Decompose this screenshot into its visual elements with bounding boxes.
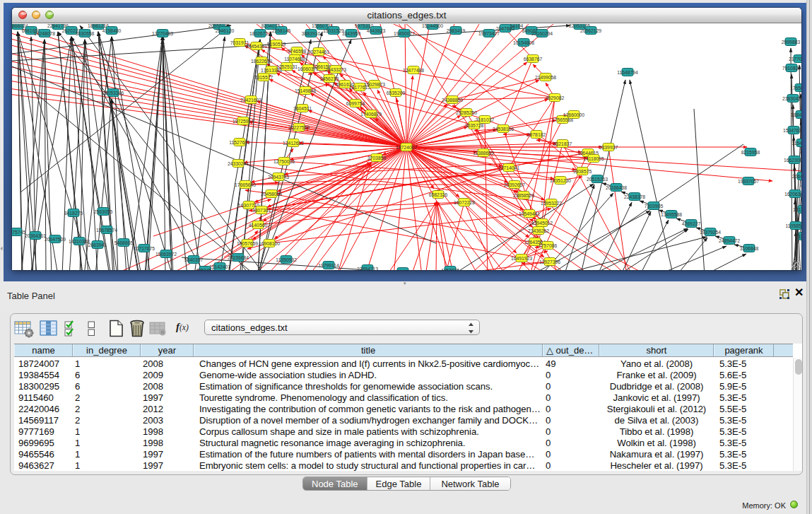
svg-text:20943743: 20943743 <box>268 175 289 180</box>
svg-text:6099754: 6099754 <box>346 101 365 106</box>
svg-text:24894472: 24894472 <box>719 238 740 243</box>
svg-text:3343959: 3343959 <box>342 31 361 36</box>
svg-text:7303905: 7303905 <box>645 204 664 209</box>
svg-text:3075745: 3075745 <box>12 230 25 235</box>
svg-text:12412612: 12412612 <box>283 141 304 146</box>
svg-text:8418275: 8418275 <box>64 211 83 216</box>
svg-text:18724007: 18724007 <box>396 145 417 150</box>
svg-text:6535209: 6535209 <box>387 90 406 95</box>
svg-text:19725914: 19725914 <box>233 119 254 124</box>
svg-text:9190519: 9190519 <box>267 42 286 47</box>
svg-text:17665640: 17665640 <box>235 182 256 187</box>
svg-text:7064171: 7064171 <box>394 269 413 271</box>
svg-text:20647509: 20647509 <box>45 237 66 242</box>
svg-text:2663941: 2663941 <box>88 243 107 247</box>
svg-text:2978182: 2978182 <box>527 132 546 137</box>
svg-text:23285250: 23285250 <box>456 110 477 115</box>
svg-text:28053346: 28053346 <box>102 90 124 95</box>
svg-text:4158480: 4158480 <box>102 28 122 33</box>
svg-text:3746598: 3746598 <box>288 49 307 54</box>
svg-text:7910827: 7910827 <box>782 66 801 71</box>
svg-text:6582326: 6582326 <box>429 192 448 197</box>
svg-text:4269227: 4269227 <box>682 221 701 226</box>
svg-text:3456213: 3456213 <box>320 76 339 81</box>
svg-text:17660000: 17660000 <box>563 112 584 117</box>
svg-text:4929082: 4929082 <box>546 95 565 100</box>
svg-text:20562129: 20562129 <box>580 28 601 33</box>
svg-text:10717675: 10717675 <box>134 246 155 251</box>
svg-text:19678574: 19678574 <box>96 228 117 233</box>
svg-text:21433273: 21433273 <box>325 67 346 72</box>
svg-text:13270483: 13270483 <box>152 31 173 36</box>
svg-text:2946120: 2946120 <box>216 28 235 33</box>
svg-text:4140560: 4140560 <box>249 223 268 228</box>
svg-text:23436262: 23436262 <box>528 228 549 233</box>
svg-text:17406879: 17406879 <box>360 112 382 117</box>
svg-text:16908100: 16908100 <box>259 241 280 246</box>
svg-text:20274461: 20274461 <box>308 49 329 54</box>
svg-text:16072228: 16072228 <box>454 200 475 205</box>
svg-text:11058511: 11058511 <box>785 223 801 228</box>
svg-text:15347616: 15347616 <box>783 128 801 133</box>
svg-text:23421603: 23421603 <box>240 98 261 103</box>
svg-text:14118095: 14118095 <box>583 156 604 161</box>
svg-text:20515263: 20515263 <box>587 177 608 182</box>
svg-text:1757086: 1757086 <box>539 243 558 248</box>
svg-text:12927396: 12927396 <box>539 259 560 264</box>
svg-text:13945012: 13945012 <box>531 221 553 226</box>
svg-text:16491923: 16491923 <box>511 256 532 261</box>
svg-text:22160294: 22160294 <box>531 31 553 36</box>
svg-text:3307301: 3307301 <box>252 208 271 213</box>
svg-text:24538166: 24538166 <box>493 127 514 132</box>
svg-text:6638767: 6638767 <box>524 57 543 62</box>
svg-text:16623006: 16623006 <box>784 158 801 163</box>
svg-text:18841570: 18841570 <box>791 112 801 117</box>
svg-text:24330241: 24330241 <box>228 161 249 166</box>
svg-text:2983419: 2983419 <box>447 28 466 33</box>
svg-text:2563055: 2563055 <box>94 209 113 214</box>
svg-text:20458054: 20458054 <box>261 192 282 197</box>
svg-text:11388699: 11388699 <box>473 151 494 156</box>
svg-text:13495588: 13495588 <box>661 212 682 217</box>
svg-text:17656906: 17656906 <box>790 86 801 90</box>
svg-text:18026717: 18026717 <box>249 31 271 36</box>
svg-text:19973477: 19973477 <box>478 31 500 36</box>
svg-text:3604511: 3604511 <box>293 106 312 111</box>
svg-text:2315577: 2315577 <box>254 75 273 80</box>
svg-text:5840397: 5840397 <box>184 257 204 262</box>
svg-text:3430558: 3430558 <box>76 31 95 36</box>
svg-text:4043823: 4043823 <box>367 28 386 33</box>
svg-text:20364361: 20364361 <box>25 233 46 238</box>
svg-text:23858526: 23858526 <box>513 193 534 198</box>
svg-text:5468605: 5468605 <box>114 240 134 245</box>
svg-text:20166438: 20166438 <box>606 185 627 190</box>
svg-text:19799114: 19799114 <box>318 263 339 268</box>
svg-text:15029873: 15029873 <box>364 82 385 87</box>
svg-text:3703859: 3703859 <box>367 156 387 160</box>
svg-text:11350932: 11350932 <box>276 257 297 262</box>
svg-text:4457975: 4457975 <box>441 268 460 271</box>
svg-text:11648794: 11648794 <box>617 70 638 75</box>
svg-text:10549441: 10549441 <box>519 211 540 216</box>
svg-text:12477488: 12477488 <box>403 68 424 73</box>
svg-text:14248078: 14248078 <box>34 31 55 36</box>
svg-text:15149848: 15149848 <box>295 88 316 93</box>
svg-text:20156684: 20156684 <box>228 255 249 260</box>
svg-text:10057659: 10057659 <box>237 241 258 246</box>
svg-text:22714041: 22714041 <box>498 165 519 170</box>
svg-text:9308575: 9308575 <box>573 169 592 174</box>
svg-text:13132690: 13132690 <box>793 207 801 212</box>
svg-text:23830434: 23830434 <box>782 96 801 101</box>
svg-text:14310388: 14310388 <box>69 239 90 244</box>
svg-text:11541029: 11541029 <box>792 141 801 146</box>
svg-text:3883910: 3883910 <box>302 31 321 36</box>
svg-text:2047682: 2047682 <box>496 26 515 31</box>
svg-text:10154808: 10154808 <box>513 40 534 45</box>
svg-text:23884213: 23884213 <box>357 267 378 271</box>
svg-text:15244500: 15244500 <box>422 24 443 28</box>
svg-text:2258145: 2258145 <box>272 28 291 33</box>
svg-text:20227559: 20227559 <box>288 125 310 130</box>
svg-text:18622670: 18622670 <box>251 59 272 64</box>
svg-text:19937057: 19937057 <box>738 179 759 184</box>
svg-text:4952451: 4952451 <box>196 268 215 271</box>
